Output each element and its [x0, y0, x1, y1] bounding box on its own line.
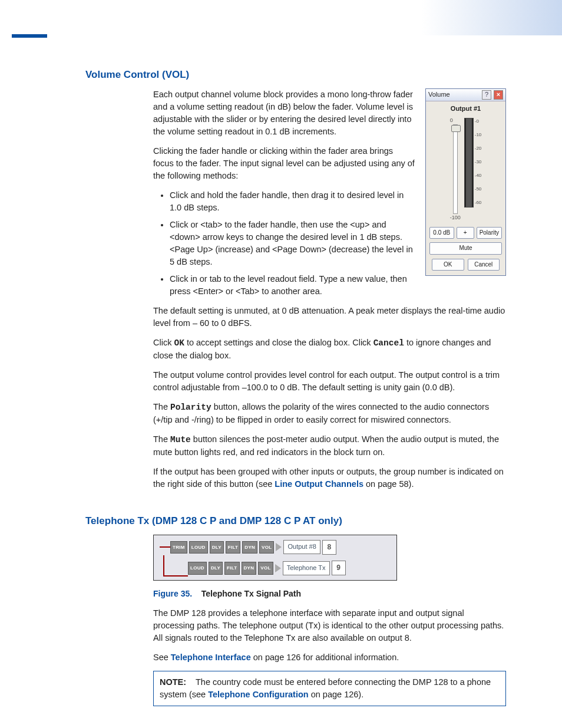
db-readout[interactable]: 0.0 dB — [429, 227, 454, 239]
output-label[interactable]: Telephone Tx — [283, 561, 330, 575]
volume-dialog-titlebar: Volume ? × — [426, 89, 505, 101]
volume-dialog-title: Volume — [428, 90, 450, 100]
link-line-output[interactable]: Line Output Channels — [275, 479, 363, 489]
polarity-button[interactable]: Polarity — [477, 227, 502, 239]
figure-number: Figure 35. — [153, 589, 192, 598]
sig-block[interactable]: DLY — [210, 541, 224, 554]
list-item: Click in or tab to the level readout fie… — [170, 273, 506, 298]
para: The DMP 128 provides a telephone interfa… — [153, 607, 506, 644]
ok-text: OK — [174, 338, 184, 348]
sig-block[interactable]: TRIM — [170, 541, 187, 554]
page-header-bar — [0, 0, 562, 35]
output-number: 8 — [322, 540, 336, 555]
sig-block[interactable]: LOUD — [189, 541, 208, 554]
figure-title: Telephone Tx Signal Path — [201, 589, 301, 598]
para: If the output has been grouped with othe… — [153, 466, 506, 490]
meter-ticks: -0 -10 -20 -30 -40 -50 -60 — [475, 118, 482, 206]
peak-meter — [464, 118, 474, 207]
para: The Mute button silences the post-meter … — [153, 433, 506, 459]
para: The output volume control provides level… — [153, 369, 506, 394]
para: Click OK to accept settings and close th… — [153, 337, 506, 362]
note-box: NOTE: The country code must be entered b… — [153, 671, 506, 706]
link-telephone-config[interactable]: Telephone Configuration — [208, 690, 309, 699]
signal-path-figure: TRIM LOUD DLY FILT DYN VOL Output #8 8 — [153, 535, 397, 581]
slider-top-label: 0 — [450, 117, 453, 124]
cancel-text: Cancel — [373, 338, 404, 348]
sig-block[interactable]: FILT — [226, 541, 241, 554]
sig-block[interactable]: VOL — [259, 541, 274, 554]
ok-button[interactable]: OK — [432, 259, 464, 271]
para: The Polarity button, allows the polarity… — [153, 401, 506, 426]
para: See Telephone Interface on page 126 for … — [153, 651, 506, 664]
close-icon[interactable]: × — [494, 90, 503, 100]
arrow-icon — [275, 564, 281, 572]
section-title-telephone: Telephone Tx (DMP 128 C P and DMP 128 C … — [85, 514, 506, 529]
cancel-button[interactable]: Cancel — [468, 259, 500, 271]
sig-block[interactable]: DYN — [242, 562, 257, 575]
volume-dialog: Volume ? × Output #1 0 -100 — [425, 88, 506, 276]
output-number: 9 — [332, 561, 346, 575]
volume-output-label: Output #1 — [426, 101, 505, 116]
para: The default setting is unmuted, at 0 dB … — [153, 305, 506, 330]
arrow-icon — [276, 543, 282, 551]
sig-block[interactable]: LOUD — [188, 562, 207, 575]
mute-text: Mute — [170, 435, 191, 444]
sig-block[interactable]: DYN — [242, 541, 257, 554]
link-telephone-interface[interactable]: Telephone Interface — [171, 653, 251, 662]
signal-lead — [160, 546, 170, 548]
help-icon[interactable]: ? — [482, 90, 491, 100]
figure-caption: Figure 35. Telephone Tx Signal Path — [153, 588, 506, 599]
section-title-vol: Volume Control (VOL) — [85, 68, 506, 83]
volume-slider[interactable] — [453, 124, 458, 214]
polarity-plus-button[interactable]: + — [457, 227, 474, 239]
sig-block[interactable]: DLY — [209, 562, 223, 575]
signal-row-output8: TRIM LOUD DLY FILT DYN VOL Output #8 8 — [170, 540, 336, 555]
sig-block[interactable]: VOL — [258, 562, 273, 575]
mute-button[interactable]: Mute — [429, 242, 502, 255]
note-label: NOTE: — [160, 677, 186, 687]
slider-bottom-label: -100 — [450, 214, 461, 222]
output-label[interactable]: Output #8 — [283, 540, 320, 554]
signal-row-telephone: LOUD DLY FILT DYN VOL Telephone Tx 9 — [188, 561, 346, 575]
slider-thumb[interactable] — [451, 125, 461, 132]
header-accent — [12, 34, 47, 38]
polarity-text: Polarity — [170, 403, 211, 412]
sig-block[interactable]: FILT — [224, 562, 240, 575]
